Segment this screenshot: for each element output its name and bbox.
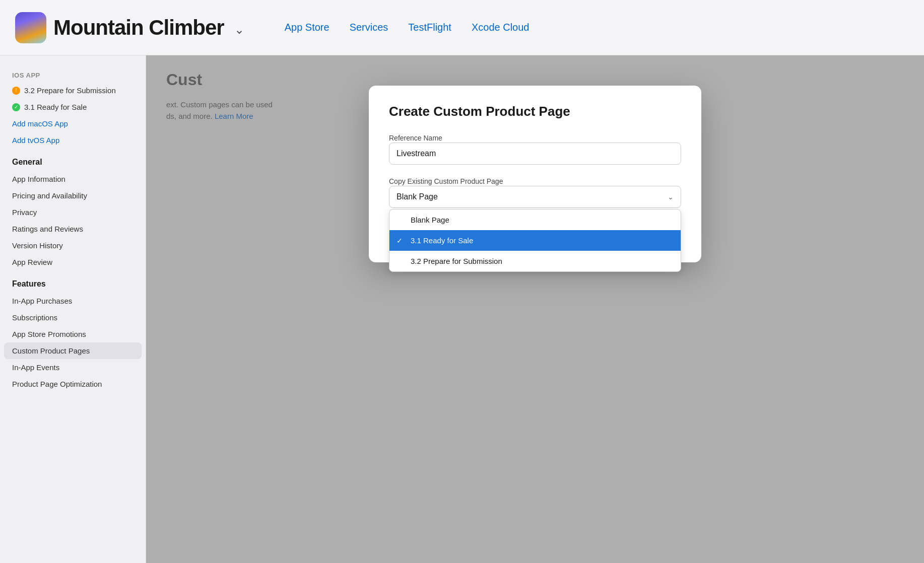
app-header: Mountain Climber ⌄ App Store Services Te… — [0, 0, 924, 55]
dropdown-item-ready[interactable]: ✓ 3.1 Ready for Sale — [389, 230, 681, 251]
modal-title: Create Custom Product Page — [389, 104, 681, 119]
dropdown-list: Blank Page ✓ 3.1 Ready for Sale 3.2 Prep… — [389, 209, 681, 272]
app-title: Mountain Climber — [53, 16, 224, 40]
select-chevron-icon: ⌄ — [668, 193, 674, 201]
sidebar-item-in-app-events[interactable]: In-App Events — [0, 359, 146, 376]
modal-overlay: Create Custom Product Page Reference Nam… — [146, 55, 924, 563]
sidebar-item-prepare[interactable]: ! 3.2 Prepare for Submission — [0, 82, 146, 99]
sidebar-add-macos-label: Add macOS App — [12, 119, 68, 128]
sidebar-item-ratings[interactable]: Ratings and Reviews — [0, 221, 146, 237]
dropdown-item-blank[interactable]: Blank Page — [389, 209, 681, 230]
sidebar-item-ready[interactable]: ✓ 3.1 Ready for Sale — [0, 99, 146, 115]
dropdown-item-prepare[interactable]: 3.2 Prepare for Submission — [389, 251, 681, 271]
sidebar-item-app-review[interactable]: App Review — [0, 254, 146, 270]
sidebar-item-custom-product-pages[interactable]: Custom Product Pages — [4, 342, 142, 359]
select-current-value: Blank Page — [397, 192, 438, 201]
nav-services[interactable]: Services — [350, 22, 388, 33]
app-title-chevron-icon[interactable]: ⌄ — [234, 23, 244, 37]
reference-name-label: Reference Name — [389, 134, 442, 142]
nav-xcode-cloud[interactable]: Xcode Cloud — [472, 22, 530, 33]
nav-testflight[interactable]: TestFlight — [408, 22, 451, 33]
sidebar-item-subscriptions[interactable]: Subscriptions — [0, 309, 146, 326]
sidebar-add-tvos-label: Add tvOS App — [12, 136, 59, 145]
sidebar-item-product-page-optimization[interactable]: Product Page Optimization — [0, 376, 146, 392]
sidebar-item-version-history[interactable]: Version History — [0, 237, 146, 254]
app-identity: Mountain Climber ⌄ — [15, 12, 244, 43]
sidebar: iOS App ! 3.2 Prepare for Submission ✓ 3… — [0, 55, 146, 563]
main-content: Cust ext. Custom pages can be used ds, a… — [146, 55, 924, 563]
copy-existing-select-container: Blank Page ⌄ Blank Page ✓ 3.1 Ready for … — [389, 186, 681, 208]
sidebar-item-app-store-promotions[interactable]: App Store Promotions — [0, 326, 146, 342]
sidebar-add-macos[interactable]: Add macOS App — [0, 115, 146, 132]
app-icon — [15, 12, 46, 43]
sidebar-item-privacy[interactable]: Privacy — [0, 204, 146, 221]
sidebar-add-tvos[interactable]: Add tvOS App — [0, 132, 146, 149]
sidebar-ios-section: iOS App — [0, 65, 146, 82]
sidebar-item-app-information[interactable]: App Information — [0, 171, 146, 187]
sidebar-features-section: Features — [0, 270, 146, 293]
nav-app-store[interactable]: App Store — [285, 22, 329, 33]
ready-check-icon: ✓ — [397, 237, 406, 245]
copy-existing-select[interactable]: Blank Page ⌄ — [389, 186, 681, 208]
status-warning-icon: ! — [12, 87, 20, 95]
create-custom-page-modal: Create Custom Product Page Reference Nam… — [369, 86, 701, 262]
sidebar-ready-label: 3.1 Ready for Sale — [24, 103, 87, 111]
reference-name-input[interactable] — [389, 143, 681, 165]
sidebar-prepare-label: 3.2 Prepare for Submission — [24, 86, 116, 95]
copy-existing-label: Copy Existing Custom Product Page — [389, 177, 503, 185]
status-success-icon: ✓ — [12, 103, 20, 111]
sidebar-item-pricing[interactable]: Pricing and Availability — [0, 187, 146, 204]
main-layout: iOS App ! 3.2 Prepare for Submission ✓ 3… — [0, 55, 924, 563]
main-nav: App Store Services TestFlight Xcode Clou… — [285, 22, 530, 33]
sidebar-item-in-app-purchases[interactable]: In-App Purchases — [0, 293, 146, 309]
sidebar-general-section: General — [0, 149, 146, 171]
